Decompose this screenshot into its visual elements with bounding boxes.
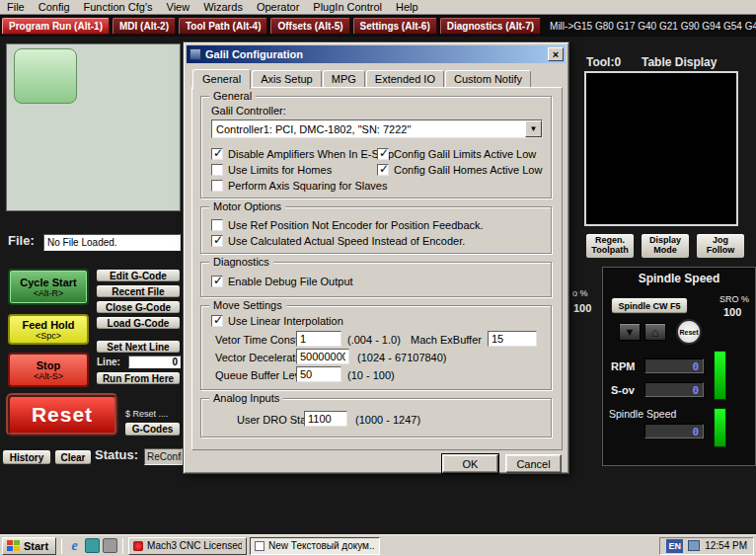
- load-gcode-button[interactable]: Load G-Code: [96, 316, 181, 330]
- line-number-field[interactable]: 0: [128, 356, 181, 368]
- down-arrow-icon: ▼: [625, 326, 636, 338]
- recent-file-button[interactable]: Recent File: [96, 284, 181, 298]
- menu-function-cfgs[interactable]: Function Cfg's: [77, 0, 160, 14]
- checkbox-box[interactable]: [211, 235, 223, 247]
- user-dro-start-input[interactable]: [304, 411, 347, 427]
- sov-label: S-ov: [611, 384, 635, 396]
- language-indicator[interactable]: EN: [666, 539, 683, 553]
- set-next-line-button[interactable]: Set Next Line: [96, 340, 181, 354]
- jog-follow-button[interactable]: Jog Follow: [696, 233, 745, 259]
- quicklaunch-show-desktop-icon[interactable]: [85, 538, 100, 553]
- checkbox-calculated-speed[interactable]: Use Calculated Actual Speed Instead of E…: [211, 235, 465, 247]
- sro-value[interactable]: 100: [723, 306, 741, 318]
- dropdown-arrow-icon[interactable]: ▼: [525, 120, 542, 137]
- queue-buffer-label: Queue Buffer Level: [215, 369, 309, 381]
- menu-operator[interactable]: Operator: [250, 0, 306, 14]
- sov-dro[interactable]: 0: [644, 382, 704, 397]
- task-mach3[interactable]: Mach3 CNC Licensed ...: [128, 537, 247, 555]
- clear-button[interactable]: Clear: [54, 449, 92, 465]
- checkbox-box[interactable]: [211, 164, 223, 176]
- edit-gcode-button[interactable]: Edit G-Code: [96, 269, 181, 282]
- screen-tab-offsets[interactable]: Offsets (Alt-5): [270, 18, 349, 35]
- screen-tab-settings[interactable]: Settings (Alt-6): [353, 18, 437, 35]
- menu-view[interactable]: View: [160, 0, 197, 14]
- checkbox-box[interactable]: [211, 219, 223, 231]
- cancel-button[interactable]: Cancel: [505, 454, 562, 473]
- checkbox-disable-amplifiers[interactable]: Disable Amplifiers When In E-Stop: [211, 148, 394, 160]
- toolpath-display[interactable]: [584, 71, 738, 226]
- menu-file[interactable]: File: [0, 0, 32, 14]
- checkbox-box[interactable]: [377, 148, 389, 160]
- feed-hold-button[interactable]: Feed Hold <Spc>: [8, 314, 89, 345]
- checkbox-box[interactable]: [377, 164, 389, 176]
- menu-config[interactable]: Config: [32, 0, 77, 14]
- checkbox-label: Use Calculated Actual Speed Instead of E…: [228, 235, 465, 247]
- tab-custom-notify[interactable]: Custom Notify: [445, 70, 531, 87]
- tab-axis-setup[interactable]: Axis Setup: [252, 70, 322, 87]
- spindle-slider-bar[interactable]: [714, 408, 726, 447]
- checkbox-box[interactable]: [211, 315, 223, 327]
- quicklaunch-ie-icon[interactable]: e: [67, 538, 82, 553]
- screen-tab-program-run[interactable]: Program Run (Alt-1): [2, 18, 110, 35]
- screen-tab-mdi[interactable]: MDI (Alt-2): [113, 18, 176, 35]
- tray-display-icon[interactable]: [688, 540, 700, 551]
- history-button[interactable]: History: [2, 449, 51, 465]
- dialog-title: Galil Configuration: [205, 48, 548, 60]
- status-label: Status:: [95, 447, 138, 462]
- checkbox-linear-interpolation[interactable]: Use Linear Interpolation: [211, 315, 343, 327]
- sov-slider-bar[interactable]: [714, 351, 726, 400]
- menu-wizards[interactable]: Wizards: [196, 0, 250, 14]
- tab-general[interactable]: General: [192, 69, 251, 89]
- spindle-cw-button[interactable]: Spindle CW F5: [611, 297, 688, 314]
- close-gcode-button[interactable]: Close G-Code: [96, 300, 181, 314]
- stop-button[interactable]: Stop <Alt-S>: [8, 353, 89, 387]
- taskbar-clock[interactable]: 12:54 PM: [705, 540, 747, 551]
- run-from-here-button[interactable]: Run From Here: [96, 371, 181, 385]
- menu-help[interactable]: Help: [389, 0, 425, 14]
- dialog-titlebar[interactable]: Galil Configuration ×: [187, 45, 566, 63]
- task-notepad[interactable]: New Текстовый докум...: [250, 537, 380, 555]
- checkbox-box[interactable]: [211, 148, 223, 160]
- checkbox-ref-position[interactable]: Use Ref Position Not Encoder for Positio…: [211, 219, 484, 231]
- display-mode-button[interactable]: Display Mode: [641, 233, 690, 259]
- system-tray: EN 12:54 PM: [659, 537, 754, 555]
- mach-exbuffer-label: Mach ExBuffer: [411, 334, 482, 346]
- vector-deceleration-input[interactable]: [296, 349, 349, 364]
- checkbox-use-limits-for-homes[interactable]: Use Limits for Homes: [211, 164, 332, 176]
- spindle-speed-dro[interactable]: 0: [644, 424, 704, 438]
- checkbox-axis-squaring[interactable]: Perform Axis Squaring for Slaves: [211, 180, 387, 192]
- tab-extended-io[interactable]: Extended IO: [366, 70, 444, 87]
- group-diagnostics: Diagnostics Enable Debug File Output: [200, 262, 552, 297]
- checkbox-limits-active-low[interactable]: Config Galil Limits Active Low: [377, 148, 536, 160]
- rpm-dro[interactable]: 0: [644, 358, 704, 373]
- sro-reset-button[interactable]: Reset: [676, 319, 702, 345]
- reset-button[interactable]: Reset: [6, 393, 118, 437]
- gcode-list[interactable]: [6, 43, 181, 211]
- regen-toolpath-button[interactable]: Regen. Toolpath: [585, 233, 635, 259]
- group-analog-inputs: Analog Inputs User DRO Start (1000 - 124…: [200, 398, 552, 437]
- close-icon[interactable]: ×: [548, 47, 564, 61]
- screen-tab-diagnostics[interactable]: Diagnostics (Alt-7): [440, 18, 541, 35]
- vetor-time-const-input[interactable]: [296, 331, 341, 347]
- ok-button[interactable]: OK: [442, 454, 498, 473]
- checkbox-debug-output[interactable]: Enable Debug File Output: [211, 276, 353, 287]
- queue-buffer-input[interactable]: [296, 366, 341, 382]
- spindle-home-button[interactable]: ⌂: [644, 323, 666, 341]
- quicklaunch-media-icon[interactable]: [103, 538, 117, 553]
- checkbox-homes-active-low[interactable]: Config Galil Homes Active Low: [377, 164, 542, 176]
- screen-tab-tool-path[interactable]: Tool Path (Alt-4): [179, 18, 267, 35]
- cycle-start-button[interactable]: Cycle Start <Alt-R>: [8, 269, 89, 305]
- reset-note: $ Reset ....: [125, 409, 169, 419]
- checkbox-box[interactable]: [211, 180, 223, 192]
- mach-exbuffer-input[interactable]: [488, 331, 537, 347]
- checkbox-box[interactable]: [211, 276, 223, 287]
- galil-controller-select[interactable]: Controller1: PCI, DMC-1802, "SN: 7222" ▼: [211, 119, 543, 138]
- menu-plugin-control[interactable]: PlugIn Control: [306, 0, 389, 14]
- start-button[interactable]: Start: [2, 537, 56, 555]
- tab-mpg[interactable]: MPG: [323, 70, 365, 87]
- gcodes-button[interactable]: G-Codes: [124, 422, 181, 437]
- group-general: General Galil Controller: Controller1: P…: [200, 96, 552, 199]
- fro-label-fragment: o %: [572, 288, 588, 298]
- spindle-lower-button[interactable]: ▼: [619, 323, 641, 341]
- galil-configuration-dialog: Galil Configuration × General Axis Setup…: [183, 41, 569, 474]
